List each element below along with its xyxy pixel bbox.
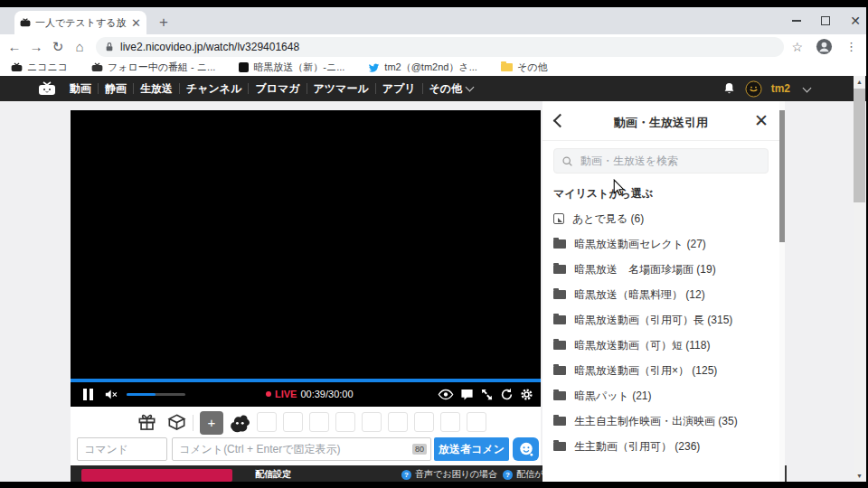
mylist-row[interactable]: 暗黒放送（暗黒料理） (12) <box>542 282 779 307</box>
volume-muted-icon[interactable] <box>105 388 118 401</box>
back-button[interactable]: ← <box>4 39 25 54</box>
mylist-section-header[interactable]: マイリストから選ぶ <box>542 180 779 207</box>
comment-row: 80 放送者コメント <box>71 437 541 462</box>
new-tab-button[interactable]: + <box>159 14 168 32</box>
bookmark-item[interactable]: ニコニコ <box>11 61 68 74</box>
mylist-row[interactable]: 生主動画（引用可） (236) <box>542 434 779 459</box>
mylist-row[interactable]: 暗黒パット (21) <box>542 383 779 408</box>
emoji-button[interactable] <box>513 437 539 461</box>
bookmark-item[interactable]: 暗黒放送（新）-ニ... <box>239 61 344 74</box>
emote-slot[interactable] <box>467 412 486 432</box>
panel-search-input[interactable] <box>579 154 760 168</box>
reload-button[interactable]: ↻ <box>47 39 69 55</box>
pause-button[interactable] <box>83 389 93 400</box>
browser-tab[interactable]: 一人でテストする放送。- 2020/12/ ✕ <box>14 11 146 34</box>
home-button[interactable]: ⌂ <box>69 39 90 54</box>
bookmark-star-icon[interactable]: ☆ <box>791 40 803 54</box>
nav-item-live[interactable]: 生放送 <box>134 81 179 97</box>
mylist-list: あとで見る (6) 暗黒放送動画セレクト (27) 暗黒放送 名場面珍場面 (1… <box>542 206 779 459</box>
live-indicator-dot <box>266 391 271 397</box>
mylist-row[interactable]: 暗黒放送動画（引用×） (125) <box>542 358 779 383</box>
lock-icon <box>105 42 114 52</box>
comment-bubble-icon[interactable] <box>460 388 474 401</box>
panel-scrollbar-thumb[interactable] <box>779 110 785 242</box>
window-close-button[interactable]: ✕ <box>850 14 861 27</box>
emote-slot[interactable] <box>414 412 434 432</box>
nav-item-atsumaru[interactable]: アツマール <box>307 81 375 97</box>
char-count-badge: 80 <box>412 444 427 455</box>
mylist-row[interactable]: 生主自主制作映画・出演映画 (35) <box>542 408 779 434</box>
reload-player-icon[interactable] <box>500 388 514 401</box>
browser-menu-icon[interactable]: ⋮ <box>845 40 857 53</box>
mylist-row[interactable]: あとで見る (6) <box>542 206 779 231</box>
nav-item-app[interactable]: アプリ <box>376 81 422 97</box>
nav-item-video[interactable]: 動画 <box>63 81 98 97</box>
fullscreen-icon[interactable] <box>480 388 494 401</box>
mylist-row[interactable]: 暗黒放送動画セレクト (27) <box>542 231 779 257</box>
bookmark-item[interactable]: tm2（@tm2nd）さ... <box>368 61 477 74</box>
emote-slot[interactable] <box>335 412 355 432</box>
browser-toolbar: ← → ↻ ⌂ live2.nicovideo.jp/watch/lv32940… <box>0 34 866 59</box>
mylist-row[interactable]: 暗黒放送動画（可）短 (118) <box>542 333 779 358</box>
mylist-row[interactable]: 暗黒放送動画（引用可）長 (315) <box>542 307 779 333</box>
scroll-down-icon[interactable]: ▼ <box>854 470 865 482</box>
live-label: LIVE <box>275 389 297 399</box>
emote-slot[interactable] <box>257 412 277 432</box>
page-scrollbar[interactable]: ▲ ▼ <box>854 76 865 482</box>
player-settings-gear-icon[interactable] <box>520 388 533 401</box>
close-panel-icon[interactable]: ✕ <box>754 110 769 131</box>
quote-panel-header: 動画・生放送引用 ✕ <box>542 101 779 141</box>
volume-slider[interactable] <box>127 393 185 396</box>
bookmarks-bar: ニコニコ フォロー中の番組 - ニ... 暗黒放送（新）-ニ... tm2（@t… <box>0 59 866 76</box>
bookmark-item[interactable]: フォロー中の番組 - ニ... <box>91 61 215 74</box>
folder-icon <box>553 391 566 400</box>
gift-icon[interactable] <box>137 413 156 432</box>
window-minimize-button[interactable] <box>792 20 801 22</box>
add-emote-button[interactable]: + <box>200 411 223 435</box>
nav-item-more[interactable]: その他 <box>423 81 480 97</box>
player-controls: LIVE 00:39/30:00 <box>71 382 541 407</box>
window-restore-button[interactable] <box>821 16 830 25</box>
emote-slot[interactable] <box>283 412 303 432</box>
comment-input[interactable] <box>173 443 412 455</box>
help-link-audio[interactable]: ? 音声でお困りの場合 <box>401 468 497 481</box>
bell-icon[interactable] <box>722 81 736 96</box>
emote-slot[interactable] <box>440 412 460 432</box>
mylist-row[interactable]: 暗黒放送 名場面珍場面 (19) <box>542 257 779 282</box>
emote-slot[interactable] <box>362 412 382 432</box>
broadcast-action-button[interactable] <box>81 469 232 482</box>
hide-comments-eye-icon[interactable] <box>438 388 454 401</box>
help-icon: ? <box>503 470 513 480</box>
quote-panel-title: 動画・生放送引用 <box>542 115 779 131</box>
video-player[interactable]: LIVE 00:39/30:00 <box>71 110 541 407</box>
folder-icon <box>553 341 566 350</box>
emotion-icon[interactable] <box>228 412 251 436</box>
folder-icon <box>553 239 566 249</box>
forward-button[interactable]: → <box>25 39 47 54</box>
broadcaster-comment-button[interactable]: 放送者コメント <box>434 437 509 461</box>
page-scrollbar-thumb[interactable] <box>854 89 865 202</box>
scroll-up-icon[interactable]: ▲ <box>854 76 865 88</box>
gift-box-icon[interactable] <box>167 413 186 432</box>
niconico-nav-bar: 動画 静画 生放送 チャンネル ブロマガ アツマール アプリ その他 tm2 <box>0 76 866 101</box>
panel-search-box[interactable] <box>553 148 769 174</box>
command-input[interactable] <box>77 437 167 461</box>
nav-item-seiga[interactable]: 静画 <box>99 81 133 97</box>
folder-icon <box>553 315 566 324</box>
panel-scrollbar[interactable] <box>779 101 785 482</box>
nav-item-channel[interactable]: チャンネル <box>180 81 248 97</box>
browser-tab-bar: 一人でテストする放送。- 2020/12/ ✕ + ✕ <box>0 7 866 34</box>
profile-avatar[interactable] <box>816 38 833 55</box>
comment-input-wrap: 80 <box>172 437 431 461</box>
tab-close-icon[interactable]: ✕ <box>131 17 141 29</box>
user-avatar[interactable] <box>745 80 762 98</box>
chevron-down-icon[interactable] <box>803 83 812 92</box>
user-name[interactable]: tm2 <box>771 82 790 95</box>
address-bar[interactable]: live2.nicovideo.jp/watch/lv329401648 <box>96 37 784 57</box>
nav-item-blomaga[interactable]: ブロマガ <box>249 81 306 97</box>
smiley-icon <box>518 441 534 457</box>
bookmark-folder[interactable]: その他 <box>501 61 548 74</box>
emote-slot[interactable] <box>309 412 329 432</box>
emote-slot[interactable] <box>388 412 408 432</box>
url-text: live2.nicovideo.jp/watch/lv329401648 <box>120 41 299 53</box>
